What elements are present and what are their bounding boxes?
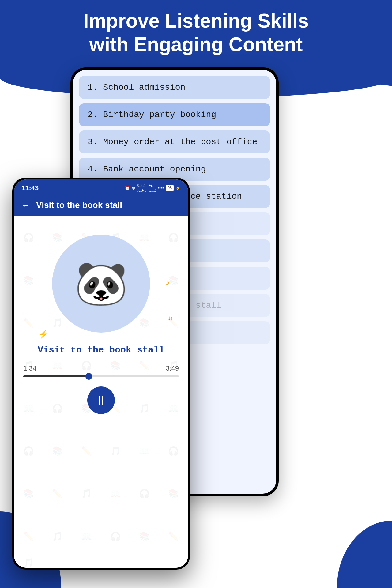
alarm-icon: ⏰ [125, 186, 130, 191]
panda-avatar-circle: 🐼 [52, 235, 150, 333]
list-item-4[interactable]: 4. Bank account opening [79, 158, 270, 181]
total-time: 3:49 [166, 364, 179, 372]
status-icons: ⏰ ⊕ 0.32KB/S VoLTE ▪▪▪▪ 93 ⚡ [125, 183, 181, 193]
charging-icon: ⚡ [175, 186, 181, 191]
player-content: 🎧 📚 ✏️ 🎵 📖 🎧 📚 ✏️ 🎵 📖 🎧 📚 ✏️ 🎵 📖 🎧 📚 ✏️ … [14, 216, 188, 568]
screen-title: Visit to the book stall [36, 200, 122, 210]
list-item-3[interactable]: 3. Money order at the post office [79, 130, 270, 153]
main-headline: Improve Listening Skills with Engaging C… [0, 9, 392, 56]
track-title: Visit to the book stall [38, 345, 164, 355]
status-time: 11:43 [21, 184, 39, 192]
back-button[interactable]: ← [21, 200, 30, 210]
pause-icon: ⏸ [95, 393, 107, 408]
music-note-2-icon: ♫ [168, 314, 173, 322]
app-header: ← Visit to the book stall [14, 195, 188, 216]
signal-icon: ▪▪▪▪ [158, 186, 164, 190]
panda-icon: 🐼 [74, 262, 128, 305]
progress-fill [23, 375, 89, 377]
network-type: VoLTE [149, 183, 156, 193]
decorative-blob-bottom-right [337, 521, 392, 588]
music-note-1-icon: ♪ [165, 277, 170, 287]
list-item-1[interactable]: 1. School admission [79, 76, 270, 99]
list-item-2[interactable]: 2. Birthday party booking [79, 103, 270, 126]
play-pause-button[interactable]: ⏸ [87, 386, 115, 414]
bluetooth-icon: ⊕ [132, 186, 135, 191]
progress-bar[interactable] [23, 375, 179, 377]
front-phone-screen: 11:43 ⏰ ⊕ 0.32KB/S VoLTE ▪▪▪▪ 93 ⚡ ← Vis… [14, 179, 188, 568]
front-phone: 11:43 ⏰ ⊕ 0.32KB/S VoLTE ▪▪▪▪ 93 ⚡ ← Vis… [12, 178, 190, 570]
status-bar: 11:43 ⏰ ⊕ 0.32KB/S VoLTE ▪▪▪▪ 93 ⚡ [14, 179, 188, 195]
current-time: 1:34 [23, 364, 36, 372]
headline-line1: Improve Listening Skills [18, 9, 374, 33]
data-speed: 0.32KB/S [137, 183, 147, 193]
battery-level: 93 [166, 185, 174, 191]
progress-area: 1:34 3:49 [23, 364, 179, 377]
headline-line2: with Engaging Content [18, 33, 374, 56]
time-row: 1:34 3:49 [23, 364, 179, 372]
lightning-icon: ⚡ [39, 330, 48, 339]
